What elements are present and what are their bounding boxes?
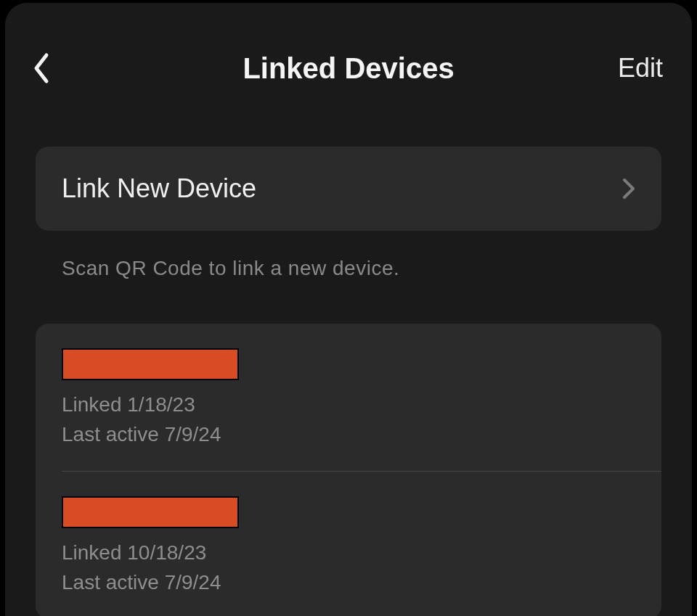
redacted-device-name	[62, 496, 239, 528]
chevron-right-icon	[622, 178, 635, 200]
page-title: Linked Devices	[242, 52, 454, 85]
device-row[interactable]: Linked 10/18/23 Last active 7/9/24	[36, 472, 661, 616]
device-row[interactable]: Linked 1/18/23 Last active 7/9/24	[36, 324, 661, 471]
edit-button[interactable]: Edit	[618, 53, 663, 83]
link-new-device-row[interactable]: Link New Device	[36, 147, 661, 231]
back-button[interactable]	[25, 52, 57, 84]
settings-page: Linked Devices Edit Link New Device Scan…	[5, 3, 692, 616]
linked-devices-list: Linked 1/18/23 Last active 7/9/24 Linked…	[36, 324, 661, 616]
header-bar: Linked Devices Edit	[5, 39, 692, 97]
link-new-device-label: Link New Device	[62, 173, 256, 204]
device-last-active: Last active 7/9/24	[62, 568, 635, 598]
device-last-active: Last active 7/9/24	[62, 420, 635, 450]
chevron-left-icon	[32, 52, 51, 84]
content-area: Link New Device Scan QR Code to link a n…	[5, 97, 692, 616]
link-new-hint: Scan QR Code to link a new device.	[62, 257, 661, 280]
redacted-device-name	[62, 348, 239, 380]
device-linked-date: Linked 10/18/23	[62, 538, 635, 568]
device-linked-date: Linked 1/18/23	[62, 390, 635, 420]
